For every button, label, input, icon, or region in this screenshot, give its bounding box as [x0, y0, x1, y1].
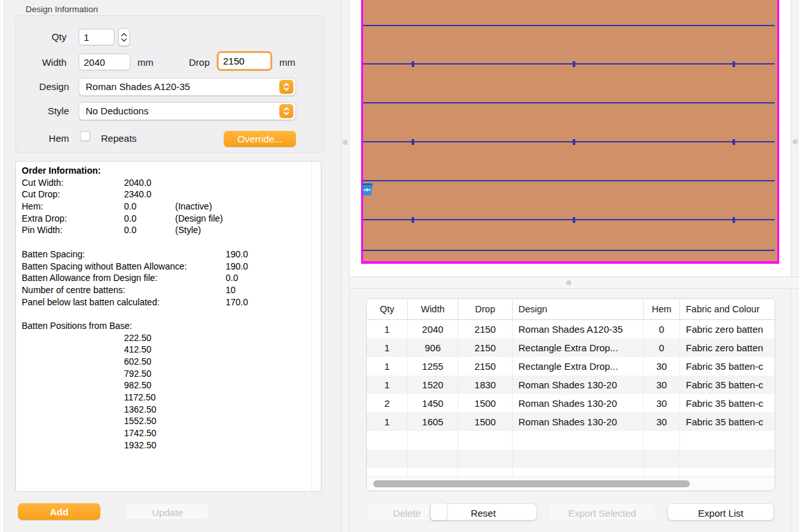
- order-info-line: Number of centre battens:10: [22, 285, 309, 297]
- cell-hem: 30: [644, 394, 680, 413]
- cell-design: Roman Shades 130-20: [513, 376, 644, 394]
- cell-design: Roman Shades 130-20: [513, 394, 644, 413]
- order-info-line: Panel below last batten calculated:170.0: [22, 297, 309, 309]
- order-info-line: Extra Drop:0.0(Design file): [22, 213, 309, 225]
- order-info-line: Hem:0.0(Inactive): [22, 201, 309, 213]
- export-list-button[interactable]: Export List: [667, 503, 774, 521]
- seam-tick: [733, 139, 735, 145]
- table-row[interactable]: 214501500Roman Shades 130-2030Fabric 35 …: [367, 394, 775, 413]
- table-row[interactable]: 116051500Roman Shades 130-2030Fabric 35 …: [367, 413, 775, 431]
- style-dropdown-chevrons-icon: [279, 104, 293, 118]
- design-dropdown-chevrons-icon: [279, 80, 293, 94]
- qty-label: Qty: [16, 31, 66, 42]
- cell-drop: 1830: [458, 376, 513, 394]
- column-header-qty[interactable]: Qty: [367, 299, 408, 319]
- order-info-line: Cut Width:2040.0: [22, 178, 309, 190]
- seam-tick: [573, 139, 575, 145]
- table-row[interactable]: 120402150Roman Shades A120-350Fabric zer…: [367, 320, 775, 338]
- column-header-width[interactable]: Width: [408, 299, 458, 319]
- drop-input[interactable]: [219, 54, 270, 68]
- cell-design: Roman Shades A120-35: [513, 320, 644, 338]
- cell-qty: [367, 431, 408, 450]
- cell-qty: 1: [367, 338, 408, 357]
- cell-qty: [367, 450, 408, 468]
- horizontal-splitter[interactable]: [350, 277, 799, 289]
- right-splitter[interactable]: [791, 0, 799, 532]
- table-horizontal-scrollbar-track[interactable]: [367, 476, 775, 490]
- design-label: Design: [16, 81, 69, 92]
- cell-qty: 1: [367, 376, 408, 394]
- row-color-well[interactable]: [430, 503, 447, 521]
- order-info-line: Batten Spacing:190.0: [22, 249, 309, 261]
- style-dropdown-value: No Deductions: [86, 105, 148, 116]
- cell-design: Rectangle Extra Drop...: [513, 338, 644, 357]
- batten-line: [363, 25, 775, 26]
- right-splitter-handle-icon[interactable]: [793, 139, 798, 144]
- order-info-line: 222.50: [22, 333, 309, 345]
- seam-tick: [733, 217, 735, 223]
- cell-design: [513, 450, 644, 468]
- column-header-design[interactable]: Design: [513, 299, 644, 319]
- batten-line: [363, 219, 775, 220]
- batten-line: [363, 63, 775, 65]
- seam-tick: [573, 61, 575, 67]
- order-info-line: 1362.50: [22, 404, 309, 416]
- order-table-header: Qty Width Drop Design Hem Fabric and Col…: [367, 299, 775, 320]
- fabric-tag-icon[interactable]: [361, 182, 373, 196]
- cell-drop: 1500: [458, 394, 513, 413]
- column-header-fabric[interactable]: Fabric and Colour: [680, 299, 775, 319]
- qty-stepper[interactable]: [118, 28, 130, 46]
- table-row[interactable]: 115201830Roman Shades 130-2030Fabric 35 …: [367, 376, 775, 394]
- cell-width: 906: [408, 338, 458, 357]
- design-dropdown[interactable]: Roman Shades A120-35: [79, 78, 296, 96]
- style-label: Style: [16, 105, 69, 116]
- add-button[interactable]: Add: [18, 503, 100, 520]
- width-input[interactable]: [79, 54, 130, 70]
- shade-panel: [361, 0, 779, 264]
- cell-qty: 1: [367, 320, 408, 338]
- order-info-content: Order Information:Cut Width:2040.0Cut Dr…: [22, 165, 309, 452]
- table-horizontal-scrollbar-thumb[interactable]: [373, 480, 690, 487]
- cell-width: [408, 431, 458, 450]
- table-row-empty: [367, 450, 775, 468]
- column-header-hem[interactable]: Hem: [644, 299, 680, 319]
- cell-width: 1450: [408, 394, 458, 413]
- order-info-line: 792.50: [22, 369, 309, 381]
- cell-hem: 0: [644, 338, 680, 357]
- override-button[interactable]: Override...: [224, 131, 296, 147]
- shade-canvas[interactable]: [350, 0, 791, 277]
- drop-unit-label: mm: [279, 57, 295, 68]
- seam-tick: [733, 61, 735, 67]
- cell-width: 1255: [408, 357, 458, 376]
- export-selected-button[interactable]: Export Selected: [548, 503, 656, 521]
- seam-tick: [412, 61, 414, 67]
- window-left-edge: [0, 0, 4, 532]
- cell-design: [513, 431, 644, 450]
- order-info-line: 1172.50: [22, 392, 309, 404]
- table-row[interactable]: 112552150Rectangle Extra Drop...30Fabric…: [367, 357, 775, 376]
- cell-hem: 30: [644, 413, 680, 431]
- horizontal-splitter-handle-icon[interactable]: [566, 280, 571, 285]
- table-row[interactable]: 19062150Rectangle Extra Drop...0Fabric z…: [367, 338, 775, 357]
- qty-input[interactable]: [79, 29, 114, 45]
- left-splitter-handle-icon[interactable]: [343, 140, 348, 145]
- order-table-body: 120402150Roman Shades A120-350Fabric zer…: [367, 320, 775, 487]
- design-information-group: Qty Width mm Drop mm Design Roman Shades…: [15, 15, 324, 153]
- batten-line: [363, 102, 775, 103]
- order-info-line: 1742.50: [22, 428, 309, 440]
- style-dropdown[interactable]: No Deductions: [79, 102, 296, 120]
- order-info-line: 602.50: [22, 356, 309, 369]
- batten-line: [363, 250, 775, 251]
- cell-width: 1605: [408, 413, 458, 431]
- left-splitter[interactable]: [341, 0, 350, 532]
- order-info-line: Pin Width:0.0(Style): [22, 225, 309, 237]
- update-button[interactable]: Update: [126, 503, 209, 520]
- column-header-drop[interactable]: Drop: [458, 299, 513, 319]
- order-info-scrollbar-track[interactable]: [311, 162, 321, 491]
- order-info-line: 1552.50: [22, 416, 309, 428]
- hem-checkbox[interactable]: [80, 131, 90, 141]
- cell-drop: [458, 431, 513, 450]
- order-info-line: [22, 237, 309, 249]
- cell-qty: 2: [367, 394, 408, 413]
- cell-width: [408, 450, 458, 468]
